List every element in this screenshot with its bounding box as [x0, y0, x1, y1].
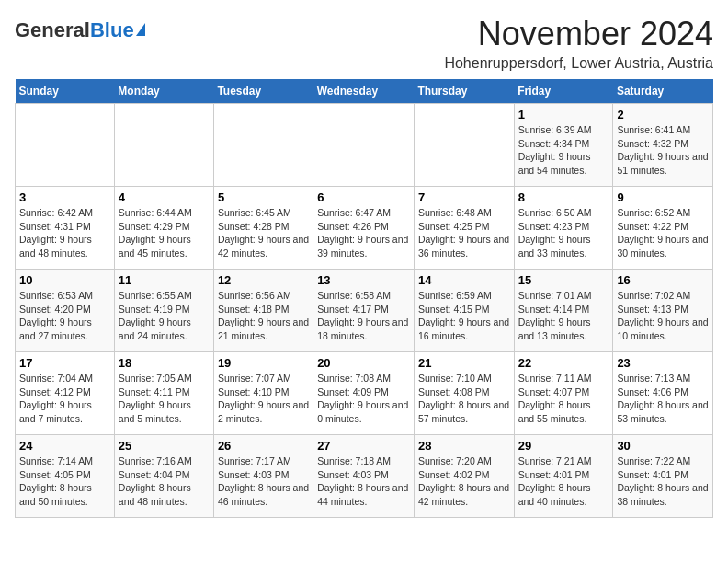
calendar-cell: 15Sunrise: 7:01 AM Sunset: 4:14 PM Dayli…	[514, 270, 613, 352]
day-info: Sunrise: 7:11 AM Sunset: 4:07 PM Dayligh…	[518, 372, 609, 426]
calendar-cell: 12Sunrise: 6:56 AM Sunset: 4:18 PM Dayli…	[213, 270, 313, 352]
week-row-1: 1Sunrise: 6:39 AM Sunset: 4:34 PM Daylig…	[16, 104, 713, 187]
day-number: 3	[19, 190, 110, 204]
day-number: 15	[518, 273, 609, 287]
calendar-cell: 21Sunrise: 7:10 AM Sunset: 4:08 PM Dayli…	[414, 352, 514, 435]
day-info: Sunrise: 7:21 AM Sunset: 4:01 PM Dayligh…	[518, 454, 609, 509]
calendar-cell	[114, 104, 213, 187]
day-info: Sunrise: 7:04 AM Sunset: 4:12 PM Dayligh…	[19, 372, 110, 426]
calendar-cell: 2Sunrise: 6:41 AM Sunset: 4:32 PM Daylig…	[613, 104, 713, 187]
day-number: 1	[518, 108, 609, 121]
day-info: Sunrise: 7:14 AM Sunset: 4:05 PM Dayligh…	[19, 454, 110, 509]
day-number: 27	[317, 439, 410, 453]
calendar-cell: 10Sunrise: 6:53 AM Sunset: 4:20 PM Dayli…	[16, 270, 115, 352]
week-row-5: 24Sunrise: 7:14 AM Sunset: 4:05 PM Dayli…	[16, 435, 713, 518]
calendar-cell: 6Sunrise: 6:47 AM Sunset: 4:26 PM Daylig…	[313, 187, 415, 270]
calendar-cell	[313, 104, 415, 187]
week-row-3: 10Sunrise: 6:53 AM Sunset: 4:20 PM Dayli…	[16, 270, 713, 352]
day-info: Sunrise: 7:18 AM Sunset: 4:03 PM Dayligh…	[317, 454, 410, 509]
day-info: Sunrise: 6:55 AM Sunset: 4:19 PM Dayligh…	[119, 289, 210, 343]
calendar-cell: 24Sunrise: 7:14 AM Sunset: 4:05 PM Dayli…	[16, 435, 115, 518]
calendar-cell: 22Sunrise: 7:11 AM Sunset: 4:07 PM Dayli…	[514, 352, 613, 435]
day-number: 19	[218, 356, 309, 370]
day-info: Sunrise: 6:39 AM Sunset: 4:34 PM Dayligh…	[518, 123, 609, 178]
day-number: 14	[418, 273, 510, 287]
day-number: 18	[119, 356, 210, 370]
day-number: 8	[518, 190, 609, 204]
day-info: Sunrise: 6:53 AM Sunset: 4:20 PM Dayligh…	[19, 289, 110, 343]
calendar-cell: 28Sunrise: 7:20 AM Sunset: 4:02 PM Dayli…	[414, 435, 514, 518]
day-info: Sunrise: 7:13 AM Sunset: 4:06 PM Dayligh…	[617, 372, 709, 426]
week-row-2: 3Sunrise: 6:42 AM Sunset: 4:31 PM Daylig…	[16, 187, 713, 270]
calendar-cell: 29Sunrise: 7:21 AM Sunset: 4:01 PM Dayli…	[514, 435, 613, 518]
day-info: Sunrise: 6:56 AM Sunset: 4:18 PM Dayligh…	[218, 289, 309, 343]
day-number: 9	[617, 190, 709, 204]
day-info: Sunrise: 6:58 AM Sunset: 4:17 PM Dayligh…	[317, 289, 410, 343]
calendar-cell: 5Sunrise: 6:45 AM Sunset: 4:28 PM Daylig…	[213, 187, 313, 270]
day-info: Sunrise: 6:48 AM Sunset: 4:25 PM Dayligh…	[418, 206, 510, 260]
day-info: Sunrise: 7:08 AM Sunset: 4:09 PM Dayligh…	[317, 372, 410, 426]
calendar-cell: 8Sunrise: 6:50 AM Sunset: 4:23 PM Daylig…	[514, 187, 613, 270]
day-number: 6	[317, 190, 410, 204]
logo-icon	[136, 23, 145, 36]
day-info: Sunrise: 6:44 AM Sunset: 4:29 PM Dayligh…	[119, 206, 210, 260]
day-number: 16	[617, 273, 709, 287]
calendar-cell: 26Sunrise: 7:17 AM Sunset: 4:03 PM Dayli…	[213, 435, 313, 518]
calendar-cell	[213, 104, 313, 187]
day-number: 17	[19, 356, 110, 370]
calendar-cell: 7Sunrise: 6:48 AM Sunset: 4:25 PM Daylig…	[414, 187, 514, 270]
day-info: Sunrise: 7:01 AM Sunset: 4:14 PM Dayligh…	[518, 289, 609, 343]
calendar-cell: 13Sunrise: 6:58 AM Sunset: 4:17 PM Dayli…	[313, 270, 415, 352]
day-number: 25	[119, 439, 210, 453]
title-area: November 2024 Hohenruppersdorf, Lower Au…	[444, 15, 713, 72]
day-number: 5	[218, 190, 309, 204]
calendar-cell: 19Sunrise: 7:07 AM Sunset: 4:10 PM Dayli…	[213, 352, 313, 435]
month-title: November 2024	[444, 15, 713, 53]
day-number: 7	[418, 190, 510, 204]
day-info: Sunrise: 6:42 AM Sunset: 4:31 PM Dayligh…	[19, 206, 110, 260]
day-number: 29	[518, 439, 609, 453]
calendar-table: SundayMondayTuesdayWednesdayThursdayFrid…	[15, 79, 713, 518]
calendar-cell: 23Sunrise: 7:13 AM Sunset: 4:06 PM Dayli…	[613, 352, 713, 435]
calendar-cell	[16, 104, 115, 187]
day-info: Sunrise: 7:10 AM Sunset: 4:08 PM Dayligh…	[418, 372, 510, 426]
day-info: Sunrise: 7:02 AM Sunset: 4:13 PM Dayligh…	[617, 289, 709, 343]
calendar-cell	[414, 104, 514, 187]
calendar-cell: 20Sunrise: 7:08 AM Sunset: 4:09 PM Dayli…	[313, 352, 415, 435]
day-number: 30	[617, 439, 709, 453]
day-number: 10	[19, 273, 110, 287]
day-number: 26	[218, 439, 309, 453]
day-info: Sunrise: 7:05 AM Sunset: 4:11 PM Dayligh…	[119, 372, 210, 426]
calendar-cell: 16Sunrise: 7:02 AM Sunset: 4:13 PM Dayli…	[613, 270, 713, 352]
header-saturday: Saturday	[613, 79, 713, 104]
day-number: 11	[119, 273, 210, 287]
day-info: Sunrise: 6:45 AM Sunset: 4:28 PM Dayligh…	[218, 206, 309, 260]
header-wednesday: Wednesday	[313, 79, 415, 104]
header-tuesday: Tuesday	[213, 79, 313, 104]
day-info: Sunrise: 6:50 AM Sunset: 4:23 PM Dayligh…	[518, 206, 609, 260]
calendar-cell: 3Sunrise: 6:42 AM Sunset: 4:31 PM Daylig…	[16, 187, 115, 270]
day-number: 4	[119, 190, 210, 204]
day-info: Sunrise: 7:17 AM Sunset: 4:03 PM Dayligh…	[218, 454, 309, 509]
day-number: 24	[19, 439, 110, 453]
logo-general-text: General	[15, 18, 90, 42]
header-thursday: Thursday	[414, 79, 514, 104]
day-number: 2	[617, 108, 709, 121]
day-info: Sunrise: 7:07 AM Sunset: 4:10 PM Dayligh…	[218, 372, 309, 426]
calendar-cell: 14Sunrise: 6:59 AM Sunset: 4:15 PM Dayli…	[414, 270, 514, 352]
day-info: Sunrise: 7:22 AM Sunset: 4:01 PM Dayligh…	[617, 454, 709, 509]
day-info: Sunrise: 7:20 AM Sunset: 4:02 PM Dayligh…	[418, 454, 510, 509]
calendar-header-row: SundayMondayTuesdayWednesdayThursdayFrid…	[16, 79, 713, 104]
calendar-cell: 1Sunrise: 6:39 AM Sunset: 4:34 PM Daylig…	[514, 104, 613, 187]
day-number: 22	[518, 356, 609, 370]
calendar-cell: 27Sunrise: 7:18 AM Sunset: 4:03 PM Dayli…	[313, 435, 415, 518]
calendar-cell: 9Sunrise: 6:52 AM Sunset: 4:22 PM Daylig…	[613, 187, 713, 270]
calendar-cell: 17Sunrise: 7:04 AM Sunset: 4:12 PM Dayli…	[16, 352, 115, 435]
day-number: 20	[317, 356, 410, 370]
calendar-cell: 18Sunrise: 7:05 AM Sunset: 4:11 PM Dayli…	[114, 352, 213, 435]
day-number: 12	[218, 273, 309, 287]
week-row-4: 17Sunrise: 7:04 AM Sunset: 4:12 PM Dayli…	[16, 352, 713, 435]
header-sunday: Sunday	[16, 79, 115, 104]
day-info: Sunrise: 6:41 AM Sunset: 4:32 PM Dayligh…	[617, 123, 709, 178]
page-header: General Blue November 2024 Hohenruppersd…	[15, 15, 713, 72]
